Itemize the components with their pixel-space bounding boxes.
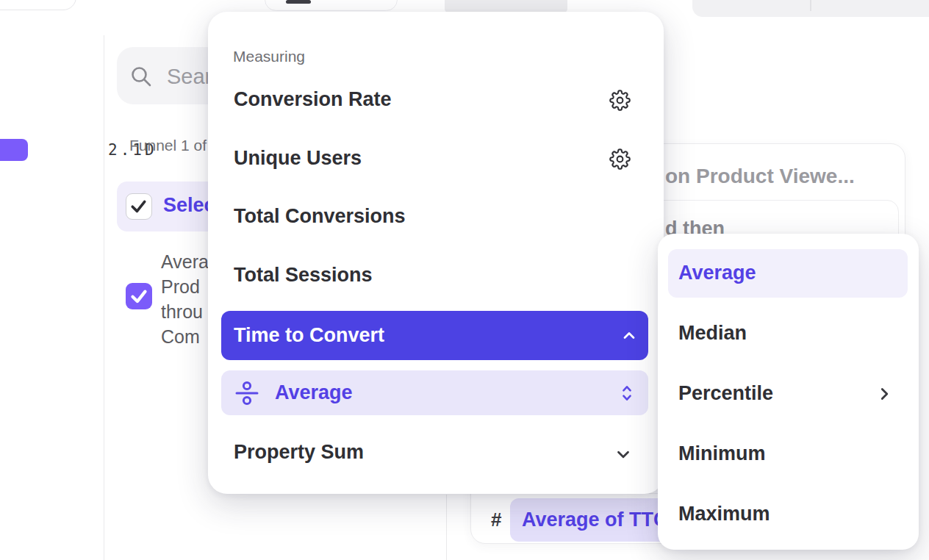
left-column-divider [104,35,104,560]
top-right-segmented-control-fragment[interactable] [692,0,929,17]
menu-item-label: Total Conversions [234,205,406,228]
submenu-item-label: Percentile [678,382,773,405]
event-name-label[interactable]: on Product Viewe... [665,165,855,188]
top-toolbar-button-fragment[interactable] [265,0,398,11]
metric-description-line: Com [161,324,209,349]
menu-item-time-to-convert-selected[interactable]: Time to Convert [221,311,648,360]
aggregation-submenu: Average Median Percentile Minimum Maximu… [658,234,919,550]
metric-description-line: Avera [161,249,209,274]
menu-item-label: Unique Users [234,147,362,170]
metric-description-line: throu [161,299,209,324]
metric-description-line: Prod [161,274,209,299]
submenu-item-label: Maximum [678,503,770,525]
ttc-aggregation-selector[interactable]: Average [221,370,648,415]
numeric-type-label: # [491,509,501,531]
toolbar-glyph-icon [286,0,311,4]
segment-divider [810,0,811,11]
chevron-down-icon [614,445,633,464]
submenu-item-label: Average [678,262,756,284]
checkbox-checked[interactable] [126,193,152,220]
top-tab-fragment[interactable] [445,0,567,12]
funnel-step-chip[interactable] [0,139,28,161]
metric-pill-label: Average of TTC [522,509,668,531]
submenu-item-label: Minimum [678,442,766,465]
ttc-aggregation-label: Average [275,381,619,404]
menu-item-label: Total Sessions [234,264,373,287]
chevron-right-icon [875,384,894,403]
top-left-card-fragment [0,0,76,10]
average-divide-icon [234,380,260,406]
menu-item-label: Conversion Rate [234,88,392,111]
chevron-up-icon [620,327,638,345]
menu-item-label: Time to Convert [234,324,384,347]
search-icon [130,65,152,87]
middle-column-divider [446,495,447,560]
chevron-up-down-icon [619,384,635,403]
funnel-count-label: Funnel 1 of [129,137,207,154]
measuring-menu-header: Measuring [233,48,305,65]
submenu-item-label: Median [678,322,747,345]
menu-item-label: Property Sum [234,441,364,464]
gear-icon[interactable] [609,148,631,170]
measuring-menu: Measuring Conversion Rate Unique Users T… [208,12,664,494]
gear-icon[interactable] [609,90,631,111]
metric-description: Avera Prod throu Com [161,249,209,349]
metric-checkbox-checked[interactable] [126,283,152,309]
